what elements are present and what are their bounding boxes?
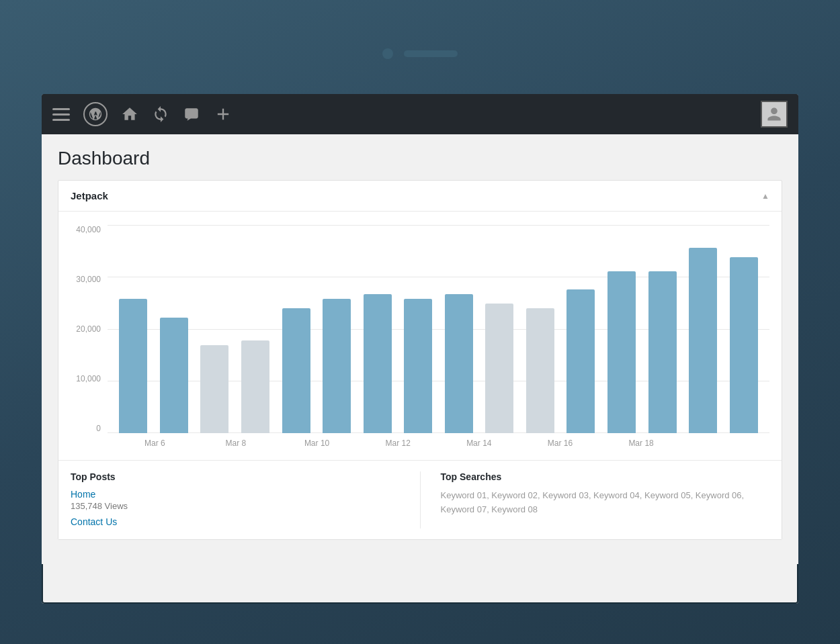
- bar-7[interactable]: [404, 299, 432, 433]
- x-label-group-2: Mar 10: [276, 433, 358, 453]
- x-label-group-1: Mar 8: [196, 433, 277, 453]
- y-axis: 40,000 30,000 20,000 10,000 0: [71, 225, 108, 453]
- chart-area: 40,000 30,000 20,000 10,000 0: [71, 225, 769, 453]
- bar-14[interactable]: [689, 248, 717, 433]
- post-link-home[interactable]: Home: [71, 489, 400, 500]
- bar-group-7: [399, 225, 437, 433]
- bar-15[interactable]: [730, 257, 758, 433]
- bar-11[interactable]: [566, 289, 595, 433]
- bar-1[interactable]: [160, 318, 188, 433]
- device-speaker: [404, 50, 458, 57]
- y-label-40k: 40,000: [76, 225, 101, 234]
- x-label-5: Mar 16: [548, 439, 573, 448]
- bar-4[interactable]: [282, 308, 310, 433]
- x-label-2: Mar 10: [304, 439, 329, 448]
- vertical-divider: [420, 471, 421, 528]
- page-title: Dashboard: [58, 148, 782, 169]
- bar-6[interactable]: [364, 294, 392, 433]
- x-label-group-3: Mar 12: [358, 433, 439, 453]
- bar-group-12: [603, 225, 641, 433]
- bar-group-0: [114, 225, 153, 433]
- chart-container: 40,000 30,000 20,000 10,000 0: [58, 212, 782, 460]
- bar-group-5: [318, 225, 356, 433]
- device-top-bar: [382, 48, 458, 59]
- post-views-home: 135,748 Views: [71, 501, 400, 511]
- wordpress-logo-button[interactable]: [83, 102, 108, 126]
- bar-0[interactable]: [119, 299, 147, 433]
- bar-group-2: [196, 225, 234, 433]
- hamburger-menu-button[interactable]: [52, 108, 70, 121]
- x-label-0: Mar 6: [144, 439, 165, 448]
- y-label-20k: 20,000: [76, 324, 101, 334]
- x-label-group-0: Mar 6: [114, 433, 196, 453]
- bar-5[interactable]: [323, 299, 351, 433]
- bar-group-14: [684, 225, 722, 433]
- bar-12[interactable]: [607, 271, 636, 433]
- x-label-1: Mar 8: [226, 439, 247, 448]
- main-content: Dashboard Jetpack ▲ 40,000 30,000 20,000: [42, 134, 798, 564]
- bar-group-10: [521, 225, 560, 433]
- y-label-10k: 10,000: [76, 374, 101, 383]
- bar-group-13: [643, 225, 681, 433]
- top-searches-col: Top Searches Keyword 01, Keyword 02, Key…: [441, 471, 770, 528]
- top-posts-title: Top Posts: [71, 471, 400, 482]
- bars-row: [108, 225, 769, 433]
- x-label-group-5: Mar 16: [519, 433, 601, 453]
- bar-2[interactable]: [200, 345, 228, 433]
- bar-9[interactable]: [485, 304, 513, 433]
- top-searches-text: Keyword 01, Keyword 02, Keyword 03, Keyw…: [441, 489, 770, 517]
- y-label-30k: 30,000: [76, 275, 101, 284]
- user-avatar-button[interactable]: [761, 101, 788, 128]
- screen: Dashboard Jetpack ▲ 40,000 30,000 20,000: [42, 94, 798, 604]
- x-label-group-6: Mar 18: [601, 433, 682, 453]
- x-label-6: Mar 18: [628, 439, 653, 448]
- comments-button[interactable]: [183, 105, 200, 123]
- jetpack-card: Jetpack ▲ 40,000 30,000 20,000 10,000 0: [58, 180, 782, 540]
- bar-group-11: [562, 225, 600, 433]
- post-link-contact[interactable]: Contact Us: [71, 516, 400, 527]
- top-posts-col: Top Posts Home 135,748 Views Contact Us: [71, 471, 400, 528]
- device-wrapper: Dashboard Jetpack ▲ 40,000 30,000 20,000: [0, 0, 840, 644]
- chart-body: Mar 6Mar 8Mar 10Mar 12Mar 14Mar 16Mar 18: [108, 225, 769, 453]
- bar-group-9: [480, 225, 519, 433]
- bar-10[interactable]: [526, 308, 554, 433]
- home-button[interactable]: [121, 105, 138, 123]
- bar-group-3: [237, 225, 275, 433]
- bar-group-8: [440, 225, 478, 433]
- bar-8[interactable]: [445, 294, 473, 433]
- admin-bar: [42, 94, 798, 134]
- top-searches-title: Top Searches: [441, 471, 770, 482]
- bar-group-6: [358, 225, 396, 433]
- x-label-3: Mar 12: [386, 439, 411, 448]
- jetpack-card-title: Jetpack: [71, 190, 108, 201]
- x-labels: Mar 6Mar 8Mar 10Mar 12Mar 14Mar 16Mar 18: [108, 433, 769, 453]
- y-label-0: 0: [96, 424, 101, 433]
- x-label-group-4: Mar 14: [439, 433, 520, 453]
- x-label-4: Mar 14: [466, 439, 491, 448]
- bar-group-1: [155, 225, 194, 433]
- x-label-group-extra: [681, 433, 763, 453]
- sync-button[interactable]: [152, 105, 169, 123]
- bar-3[interactable]: [241, 340, 269, 433]
- bottom-section: Top Posts Home 135,748 Views Contact Us …: [58, 460, 782, 539]
- bar-group-15: [724, 225, 763, 433]
- device-camera: [382, 48, 393, 59]
- bar-13[interactable]: [648, 271, 677, 433]
- jetpack-card-header: Jetpack ▲: [58, 181, 782, 212]
- collapse-icon[interactable]: ▲: [761, 191, 769, 201]
- bar-group-4: [277, 225, 315, 433]
- add-new-button[interactable]: [214, 105, 233, 124]
